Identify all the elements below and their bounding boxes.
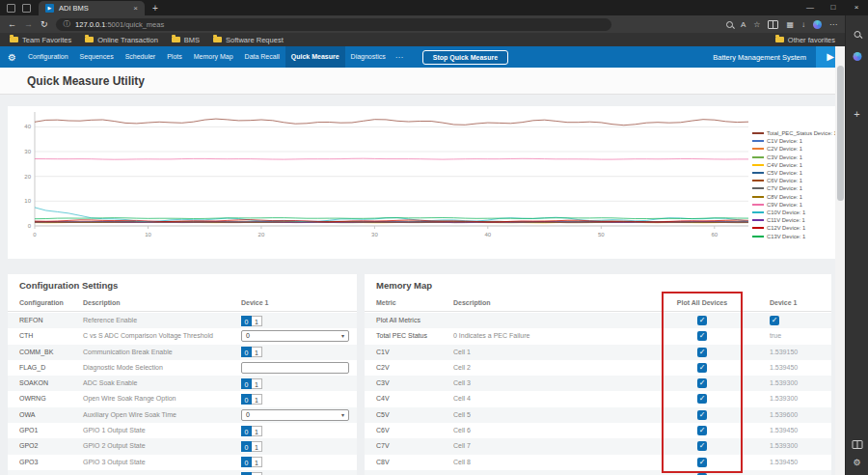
binary-toggle[interactable]: 01: [241, 378, 262, 389]
stop-quick-measure-button[interactable]: Stop Quick Measure: [422, 50, 508, 65]
legend-swatch: [752, 196, 764, 198]
address-bar[interactable]: ⓘ 127.0.0.1 :5001/quick_meas: [56, 18, 611, 31]
toggle-option-1[interactable]: 1: [252, 441, 262, 452]
nav-overflow-icon[interactable]: ⋯: [392, 53, 407, 62]
config-input[interactable]: [241, 362, 349, 374]
settings-gear-icon[interactable]: ⚙: [8, 52, 16, 63]
edge-sidebar: + ⚙: [845, 15, 868, 475]
nav-item-diagnostics[interactable]: Diagnostics: [345, 46, 392, 68]
sidebar-copilot-icon[interactable]: [853, 52, 861, 61]
collections-icon[interactable]: ▦: [786, 20, 794, 29]
config-description: GPIO 3 Output State: [83, 455, 146, 470]
checkbox-checked[interactable]: ✓: [770, 316, 779, 325]
favorite-item[interactable]: Team Favorites: [10, 36, 71, 44]
legend-item[interactable]: C2V Device: 1: [752, 145, 837, 153]
legend-item[interactable]: C9V Device: 1: [752, 201, 837, 209]
legend-item[interactable]: C13V Device: 1: [752, 232, 837, 239]
config-select[interactable]: 0▾: [241, 330, 349, 342]
new-tab-button[interactable]: +: [152, 3, 158, 14]
binary-toggle[interactable]: 01: [241, 441, 262, 452]
tab-layout-icon[interactable]: [7, 4, 15, 13]
toggle-option-1[interactable]: 1: [252, 347, 262, 357]
legend-item[interactable]: C10V Device: 1: [752, 209, 837, 216]
toggle-option-0[interactable]: 0: [241, 347, 252, 357]
sidebar-screenshot-icon[interactable]: [852, 440, 862, 449]
browser-tab[interactable]: ▶ ADI BMS ×: [39, 1, 145, 15]
read-aloud-icon[interactable]: A: [741, 20, 746, 29]
toggle-option-0[interactable]: 0: [241, 457, 252, 467]
toggle-option-1[interactable]: 1: [252, 394, 262, 405]
nav-item-data-recall[interactable]: Data Recall: [239, 46, 285, 68]
search-icon[interactable]: [726, 21, 733, 28]
toggle-option-0[interactable]: 0: [241, 426, 252, 436]
nav-item-configuration[interactable]: Configuration: [22, 46, 74, 68]
legend-item[interactable]: C7V Device: 1: [752, 184, 837, 192]
favorite-item[interactable]: Online Transaction: [85, 36, 158, 44]
config-name: GPO1: [19, 423, 38, 438]
more-menu-icon[interactable]: ⋯: [829, 20, 837, 29]
table-row: C6VCell 6✓1.539450: [365, 423, 831, 438]
app-navbar: ⚙ ConfigurationSequencesSchedulerPlotsMe…: [0, 46, 845, 68]
toggle-option-0[interactable]: 0: [241, 316, 252, 326]
legend-item[interactable]: C6V Device: 1: [752, 177, 837, 184]
toggle-option-0[interactable]: 0: [241, 394, 252, 405]
legend-item[interactable]: C3V Device: 1: [752, 154, 837, 161]
toggle-option-0[interactable]: 0: [241, 378, 252, 389]
table-row: C9VCell 9✓1.539300: [365, 470, 831, 475]
folder-icon: [775, 37, 784, 42]
favorite-item[interactable]: Software Request: [213, 36, 284, 44]
toggle-option-1[interactable]: 1: [252, 316, 262, 326]
line-chart[interactable]: 0102030400102030405060: [8, 106, 837, 259]
svg-text:10: 10: [145, 232, 151, 238]
legend-item[interactable]: Total_PEC_Status Device: 1: [752, 129, 837, 137]
sidebar-add-icon[interactable]: +: [854, 108, 859, 120]
legend-item[interactable]: C4V Device: 1: [752, 161, 837, 169]
legend-item[interactable]: C5V Device: 1: [752, 169, 837, 177]
legend-label: C12V Device: 1: [767, 225, 805, 231]
config-select[interactable]: 0▾: [241, 409, 349, 421]
sidebar-search-icon[interactable]: [854, 31, 860, 38]
binary-toggle[interactable]: 01: [241, 316, 262, 326]
nav-item-quick-measure[interactable]: Quick Measure: [285, 46, 345, 68]
sidebar-settings-icon[interactable]: ⚙: [853, 458, 860, 467]
scrollbar-thumb[interactable]: [837, 66, 844, 201]
toggle-option-0[interactable]: 0: [241, 441, 252, 452]
toggle-option-1[interactable]: 1: [252, 457, 262, 467]
back-button[interactable]: ←: [8, 19, 16, 29]
toggle-option-1[interactable]: 1: [252, 378, 262, 389]
binary-toggle[interactable]: 01: [241, 457, 262, 467]
site-info-icon[interactable]: ⓘ: [64, 19, 71, 29]
metric-description: Cell 3: [453, 376, 471, 391]
binary-toggle[interactable]: 01: [241, 347, 262, 357]
toggle-option-1[interactable]: 1: [252, 426, 262, 436]
nav-item-scheduler[interactable]: Scheduler: [120, 46, 162, 68]
nav-item-sequences[interactable]: Sequences: [74, 46, 120, 68]
split-screen-icon[interactable]: [768, 20, 778, 29]
workspaces-icon[interactable]: [22, 4, 31, 13]
binary-toggle[interactable]: 01: [241, 394, 262, 405]
nav-item-memory-map[interactable]: Memory Map: [188, 46, 239, 68]
configuration-table-rows: REFONReference Enable01CTHC vs S ADC Com…: [8, 313, 357, 475]
nav-item-plots[interactable]: Plots: [161, 46, 188, 68]
metric-name: Total PEC Status: [376, 328, 427, 344]
binary-toggle[interactable]: 01: [241, 426, 262, 436]
table-row: FLAG_DDiagnostic Mode Selection: [8, 360, 357, 376]
tab-close-icon[interactable]: ×: [133, 4, 138, 13]
config-description: GPIO 1 Output State: [83, 423, 146, 438]
favorite-item[interactable]: BMS: [172, 36, 200, 44]
maximize-button[interactable]: □: [822, 0, 845, 15]
legend-item[interactable]: C12V Device: 1: [752, 224, 837, 232]
tab-favicon: ▶: [45, 4, 54, 13]
close-button[interactable]: ×: [845, 0, 868, 15]
refresh-button[interactable]: ↻: [41, 19, 48, 29]
downloads-icon[interactable]: ↓: [801, 20, 805, 29]
other-favorites[interactable]: Other favorites: [775, 36, 835, 44]
copilot-icon[interactable]: [813, 20, 822, 29]
minimize-button[interactable]: —: [799, 0, 822, 15]
legend-item[interactable]: C1V Device: 1: [752, 137, 837, 145]
forward-button[interactable]: →: [24, 19, 33, 29]
page-scrollbar[interactable]: [835, 46, 845, 475]
legend-item[interactable]: C11V Device: 1: [752, 216, 837, 224]
favorites-star-icon[interactable]: ☆: [753, 20, 760, 29]
legend-item[interactable]: C8V Device: 1: [752, 193, 837, 201]
